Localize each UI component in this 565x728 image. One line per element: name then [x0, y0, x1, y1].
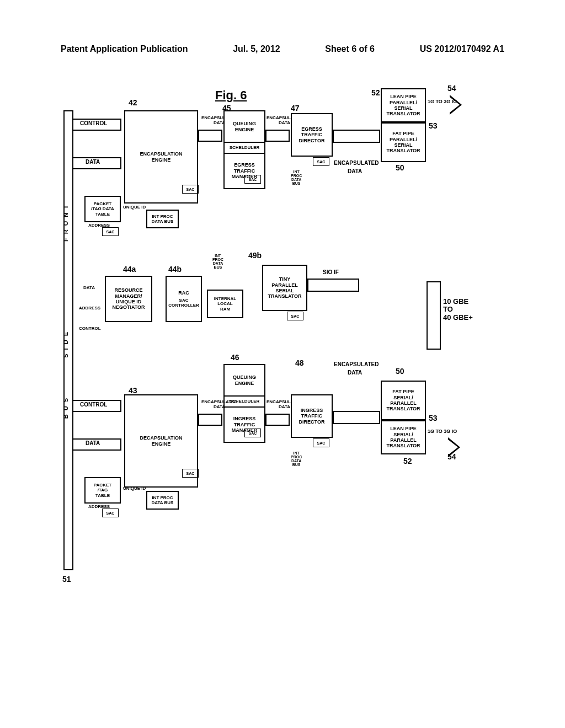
packet-tag-data-table-top: PACKET /TAG DATA TABLE: [84, 196, 121, 222]
diagram: Fig. 6 F R O N T S I D E B U S 51 CONTRO…: [63, 88, 494, 596]
label-uniqueid-bot: UNIQUE ID: [123, 486, 146, 491]
ingress-traffic-manager: INGRESS TRAFFIC MANAGER: [223, 406, 265, 443]
internal-local-ram: INTERNAL LOCAL RAM: [207, 290, 243, 318]
fat-pipe-ps: FAT PIPE PARALLEL/ SERIAL TRANSLATOR: [381, 122, 426, 162]
lean-pipe-sp: LEAN PIPE SERIAL/ PARALLEL TRANSLATOR: [381, 420, 426, 454]
busport-itd: INT PROC DATA BUS: [291, 451, 302, 467]
ref-52b: 52: [403, 457, 412, 465]
egress-traffic-director: EGRESS TRAFFIC DIRECTOR: [291, 113, 333, 157]
intproc-databus-bot: INT PROC DATA BUS: [146, 491, 179, 510]
header-right: US 2012/0170492 A1: [420, 44, 504, 54]
sac-port-encap: SAC: [182, 185, 199, 194]
arrow-encap-45-47: [265, 130, 290, 142]
resource-manager: RESOURCE MANAGER/ UNIQUE ID NEGOTIATOR: [105, 276, 152, 322]
label-encapsulated-bot-data: DATA: [348, 370, 362, 376]
ref-54t: 54: [447, 84, 456, 93]
ref-44a: 44a: [123, 265, 136, 274]
egress-traffic-manager: EGRESS TRAFFIC MANAGER: [223, 153, 265, 189]
ref-44b: 44b: [168, 265, 182, 274]
label-uniqueid-top: UNIQUE ID: [123, 205, 146, 210]
label-encapsulated-top: ENCAPSULATED: [334, 160, 379, 166]
arrow-encap-top: [198, 130, 222, 142]
ref-47: 47: [291, 104, 300, 113]
arrow-encap-in-bot: [333, 411, 380, 424]
arrow-gio-top: [450, 95, 462, 115]
rac-box: RAC SAC CONTROLLER: [166, 276, 202, 322]
ref-48: 48: [295, 358, 304, 367]
ref-51: 51: [62, 575, 71, 584]
arrow-encap-out-top: [333, 130, 380, 143]
label-data-bot: DATA: [86, 440, 100, 446]
header-center: Jul. 5, 2012: [233, 44, 280, 54]
intproc-databus-top: INT PROC DATA BUS: [146, 210, 179, 228]
sac-port-itm: SAC: [244, 429, 261, 437]
sac-port-etm: SAC: [244, 175, 261, 184]
page-header: Patent Application Publication Jul. 5, 2…: [0, 44, 565, 54]
label-data-top: DATA: [86, 159, 100, 165]
queuing-engine-bot: QUEUING ENGINE: [223, 364, 265, 397]
header-sheet: Sheet 6 of 6: [325, 44, 375, 54]
arrow-gbe: [427, 281, 441, 350]
arrow-encap-43: [198, 414, 222, 426]
label-sioif: SIO IF: [323, 269, 339, 275]
ref-52t: 52: [371, 88, 380, 97]
ref-50t: 50: [396, 163, 404, 172]
sac-port-pkt-top: SAC: [102, 227, 119, 236]
patent-page: Patent Application Publication Jul. 5, 2…: [0, 0, 565, 728]
label-encap-data-43: ENCAPSULATED DATA: [201, 400, 237, 410]
ref-42: 42: [129, 98, 137, 107]
bus-label-bus: B U S: [62, 397, 69, 419]
sac-port-tiny: SAC: [287, 312, 303, 320]
lean-pipe-ps: LEAN PIPE PARALLEL/ SERIAL TRANSLATOR: [381, 88, 426, 122]
header-left: Patent Application Publication: [61, 44, 188, 54]
queuing-engine-top: QUEUING ENGINE: [223, 110, 265, 143]
sac-port-etd: SAC: [313, 157, 329, 166]
sac-port-decap: SAC: [182, 469, 199, 478]
ref-50b: 50: [396, 367, 404, 376]
ref-43: 43: [129, 386, 137, 395]
arrow-sioif: [307, 279, 359, 292]
arrow-encap-46-48: [265, 414, 290, 426]
packet-tag-table-bot: PACKET /TAG TABLE: [84, 477, 121, 504]
sac-port-pkt-bot: SAC: [102, 508, 119, 517]
fat-pipe-sp: FAT PIPE SERIAL/ PARALLEL TRANSLATOR: [381, 381, 426, 420]
label-encapsulated-bot: ENCAPSULATED: [334, 361, 379, 367]
sac-port-itd: SAC: [313, 438, 329, 447]
label-gio-top: 1G TO 3G IO: [428, 99, 457, 105]
busport-etd: INT PROC DATA BUS: [291, 170, 302, 185]
ref-53t: 53: [429, 121, 438, 130]
bus-label-side: S I D E: [62, 331, 69, 358]
tiny-translator: TINY PARALLEL SERIAL TRANSLATOR: [262, 265, 307, 311]
ref-49b: 49b: [248, 251, 262, 260]
ref-54b: 54: [447, 452, 456, 461]
label-control-bot: CONTROL: [80, 402, 107, 408]
label-gbe: 10 GBE TO 40 GBE+: [443, 298, 473, 322]
ingress-traffic-director: INGRESS TRAFFIC DIRECTOR: [291, 394, 333, 438]
label-control-top: CONTROL: [80, 120, 107, 126]
label-gio-bot: 1G TO 3G IO: [428, 429, 457, 435]
label-data-rm: DATA: [83, 286, 95, 291]
busport-mid: INT PROC DATA BUS: [207, 254, 229, 269]
scheduler-top: SCHELDULER: [223, 142, 265, 154]
ref-53b: 53: [429, 414, 438, 422]
label-ctrl-rm: CONTROL: [79, 326, 101, 331]
ref-46: 46: [231, 353, 239, 362]
label-addr-rm: ADDRESS: [79, 306, 100, 311]
label-encapsulated-top-data: DATA: [348, 168, 362, 174]
bus-label-front: F R O N T: [62, 204, 69, 242]
figure-label: Fig. 6: [215, 88, 247, 103]
